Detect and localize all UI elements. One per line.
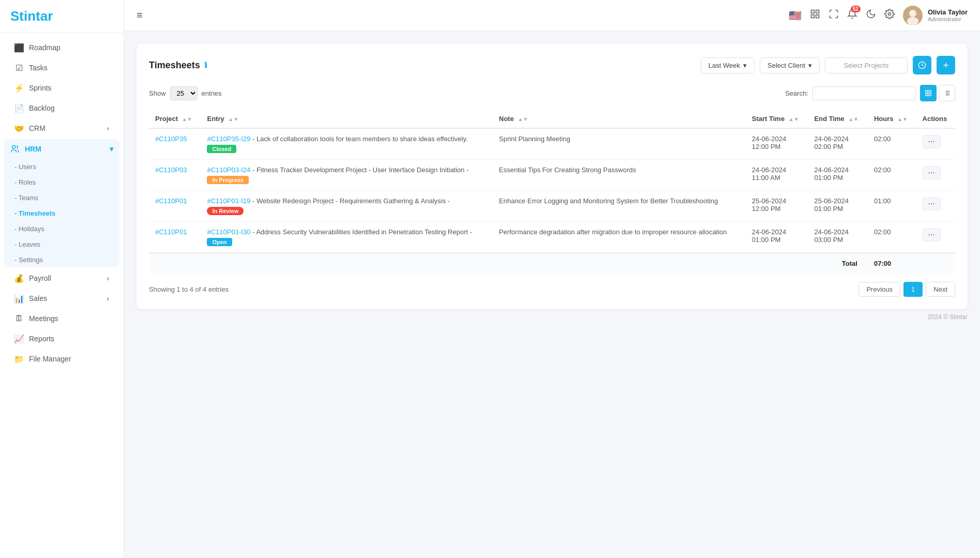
cell-project: #C110P03 [149, 160, 201, 191]
sidebar-item-payroll[interactable]: 💰 Payroll › [4, 268, 119, 288]
list-view-button[interactable] [939, 85, 955, 101]
sort-icon[interactable]: ▲▼ [789, 116, 799, 122]
cell-end-time: 24-06-202401:00 PM [808, 160, 868, 191]
project-link[interactable]: #C110P03 [155, 166, 187, 174]
table-footer: Showing 1 to 4 of 4 entries Previous 1 N… [149, 282, 955, 297]
search-label: Search: [785, 89, 808, 97]
sidebar-item-hrm[interactable]: HRM ▾ [4, 139, 119, 159]
col-start-time: Start Time ▲▼ [746, 110, 808, 128]
entry-description: - Address Security Vulnerabilities Ident… [252, 228, 472, 236]
cell-note: Performance degradation after migration … [493, 222, 746, 253]
next-page-button[interactable]: Next [926, 282, 955, 297]
project-link[interactable]: #C110P01 [155, 228, 187, 236]
status-badge: In Review [207, 207, 244, 215]
info-icon[interactable]: ℹ [204, 61, 207, 70]
row-actions-button[interactable]: ··· [923, 228, 941, 242]
cell-end-time: 24-06-202402:00 PM [808, 128, 868, 160]
expand-icon[interactable] [828, 9, 839, 22]
last-week-filter[interactable]: Last Week ▾ [701, 57, 755, 73]
svg-rect-14 [926, 94, 928, 96]
sidebar-item-reports[interactable]: 📈 Reports [4, 329, 119, 349]
row-actions-button[interactable]: ··· [923, 135, 941, 148]
select-projects-filter[interactable]: Select Projects [825, 57, 908, 73]
cell-actions: ··· [916, 160, 955, 191]
header-controls: Last Week ▾ Select Client ▾ Select Proje… [701, 56, 955, 74]
svg-rect-13 [929, 91, 931, 93]
crm-arrow-icon: › [107, 124, 109, 132]
cell-hours: 02:00 [868, 222, 916, 253]
sidebar-item-label: Sprints [29, 84, 52, 92]
user-profile[interactable]: Olivia Taylor Administrator [903, 6, 968, 25]
sort-icon[interactable]: ▲▼ [182, 116, 192, 122]
sort-icon[interactable]: ▲▼ [518, 116, 528, 122]
sidebar-item-teams[interactable]: Teams [8, 190, 115, 205]
main-content: Timesheets ℹ Last Week ▾ Select Client ▾… [124, 31, 980, 558]
filemanager-icon: 📁 [14, 354, 24, 364]
page-1-button[interactable]: 1 [903, 282, 923, 297]
row-actions-button[interactable]: ··· [923, 197, 941, 210]
table-row: #C110P01 #C110P01-I30 - Address Security… [149, 222, 955, 253]
grid-view-button[interactable] [920, 85, 937, 101]
pagination: Previous 1 Next [858, 282, 955, 297]
sidebar-item-sprints[interactable]: ⚡ Sprints [4, 78, 119, 98]
table-body: #C110P35 #C110P35-I29 - Lack of collabor… [149, 128, 955, 253]
status-badge: Open [207, 238, 232, 246]
entries-label: entries [202, 89, 222, 97]
col-note: Note ▲▼ [493, 110, 746, 128]
cell-end-time: 25-06-202401:00 PM [808, 191, 868, 222]
sales-arrow-icon: › [107, 294, 109, 303]
sidebar-item-label: Roadmap [29, 43, 61, 52]
sidebar-item-roadmap[interactable]: ⬛ Roadmap [4, 38, 119, 57]
sprints-icon: ⚡ [14, 83, 24, 93]
project-link[interactable]: #C110P35 [155, 135, 187, 143]
cell-actions: ··· [916, 191, 955, 222]
app-logo: Stintar [10, 8, 53, 24]
sidebar-item-filemanager[interactable]: 📁 File Manager [4, 349, 119, 369]
sidebar-navigation: ⬛ Roadmap ☑ Tasks ⚡ Sprints 📄 Backlog 🤝 … [0, 33, 124, 558]
entry-link[interactable]: #C110P01-I30 [207, 228, 250, 236]
settings-gear-icon[interactable] [884, 9, 895, 22]
dark-mode-icon[interactable] [866, 9, 876, 22]
cell-hours: 02:00 [868, 128, 916, 160]
hrm-submenu: Users Roles Teams Timesheets Holidays Le… [4, 159, 119, 267]
sidebar-item-users[interactable]: Users [8, 159, 115, 174]
select-client-filter[interactable]: Select Client ▾ [760, 57, 820, 73]
entry-link[interactable]: #C110P03-I24 [207, 166, 250, 174]
entries-select[interactable]: 25 [170, 86, 198, 100]
add-timesheet-button[interactable] [937, 56, 955, 74]
sidebar-item-crm[interactable]: 🤝 CRM › [4, 118, 119, 138]
apps-icon[interactable] [810, 9, 820, 22]
sort-icon[interactable]: ▲▼ [848, 116, 858, 122]
sidebar-item-roles[interactable]: Roles [8, 175, 115, 190]
previous-page-button[interactable]: Previous [858, 282, 900, 297]
sidebar-item-timesheets[interactable]: Timesheets [8, 206, 115, 221]
sidebar-item-meetings[interactable]: 🗓 Meetings [4, 309, 119, 328]
sort-icon[interactable]: ▲▼ [897, 116, 908, 122]
sidebar-item-settings[interactable]: Settings [8, 252, 115, 267]
timer-button[interactable] [913, 56, 931, 74]
entry-link[interactable]: #C110P35-I29 [207, 135, 250, 143]
sidebar-item-tasks[interactable]: ☑ Tasks [4, 58, 119, 78]
sidebar-item-label: Meetings [29, 314, 58, 323]
cell-start-time: 25-06-202412:00 PM [746, 191, 808, 222]
entry-link[interactable]: #C110P01-I19 [207, 197, 250, 205]
project-link[interactable]: #C110P01 [155, 197, 187, 205]
sidebar-item-holidays[interactable]: Holidays [8, 221, 115, 236]
language-flag[interactable]: 🇺🇸 [789, 9, 802, 22]
sidebar-item-backlog[interactable]: 📄 Backlog [4, 98, 119, 118]
svg-rect-3 [811, 15, 814, 18]
sidebar-item-leaves[interactable]: Leaves [8, 237, 115, 252]
notification-bell-icon[interactable]: 52 [847, 9, 857, 22]
timesheets-card: Timesheets ℹ Last Week ▾ Select Client ▾… [137, 43, 968, 309]
search-input[interactable] [812, 86, 916, 100]
hamburger-menu[interactable]: ≡ [137, 9, 143, 21]
table-head: Project ▲▼ Entry ▲▼ Note ▲▼ Start Time [149, 110, 955, 128]
cell-project: #C110P01 [149, 222, 201, 253]
payroll-arrow-icon: › [107, 274, 109, 282]
row-actions-button[interactable]: ··· [923, 166, 941, 179]
sort-icon[interactable]: ▲▼ [228, 116, 238, 122]
sidebar-item-sales[interactable]: 📊 Sales › [4, 289, 119, 308]
svg-point-0 [12, 145, 16, 148]
status-badge: Closed [207, 145, 236, 153]
search-area: Search: [785, 85, 955, 101]
